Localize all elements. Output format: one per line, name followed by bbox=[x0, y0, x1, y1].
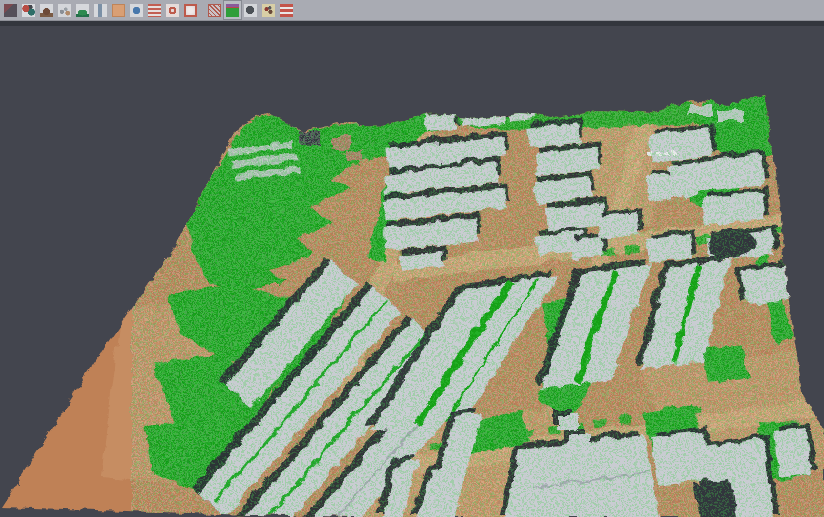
sparse-points-button[interactable] bbox=[56, 1, 73, 19]
toolbar bbox=[0, 0, 824, 21]
orange-tile-icon bbox=[112, 4, 125, 17]
globe-icon bbox=[130, 4, 143, 17]
classification-colors-icon bbox=[226, 4, 239, 17]
red-hatch-grid-icon bbox=[208, 4, 221, 17]
green-terrain-icon bbox=[76, 4, 89, 17]
orange-tile-button[interactable] bbox=[110, 1, 127, 19]
point-cloud-button[interactable] bbox=[2, 1, 19, 19]
red-stripes-button[interactable] bbox=[278, 1, 295, 19]
terrain-hill-icon bbox=[40, 4, 53, 17]
green-noise bbox=[130, 86, 824, 517]
profile-bar-icon bbox=[94, 4, 107, 17]
point-cloud-icon bbox=[4, 4, 17, 17]
dark-sphere-button[interactable] bbox=[242, 1, 259, 19]
registration-pairs-icon bbox=[22, 4, 35, 17]
red-list-icon bbox=[148, 4, 161, 17]
red-target-icon bbox=[166, 4, 179, 17]
sparse-points-icon bbox=[58, 4, 71, 17]
terrain-hill-button[interactable] bbox=[38, 1, 55, 19]
profile-bar-button[interactable] bbox=[92, 1, 109, 19]
red-list-button[interactable] bbox=[146, 1, 163, 19]
globe-button[interactable] bbox=[128, 1, 145, 19]
3d-viewport[interactable] bbox=[0, 26, 824, 517]
dark-sphere-icon bbox=[244, 4, 257, 17]
red-stripes-icon bbox=[280, 4, 293, 17]
red-selection-brackets-icon bbox=[184, 4, 197, 17]
classification-colors-button[interactable] bbox=[224, 1, 241, 19]
registration-pairs-button[interactable] bbox=[20, 1, 37, 19]
yellow-notes-button[interactable] bbox=[260, 1, 277, 19]
red-hatch-grid-button[interactable] bbox=[206, 1, 223, 19]
red-target-button[interactable] bbox=[164, 1, 181, 19]
green-terrain-button[interactable] bbox=[74, 1, 91, 19]
point-cloud-scene bbox=[0, 26, 824, 517]
yellow-notes-icon bbox=[262, 4, 275, 17]
red-selection-button[interactable] bbox=[182, 1, 199, 19]
